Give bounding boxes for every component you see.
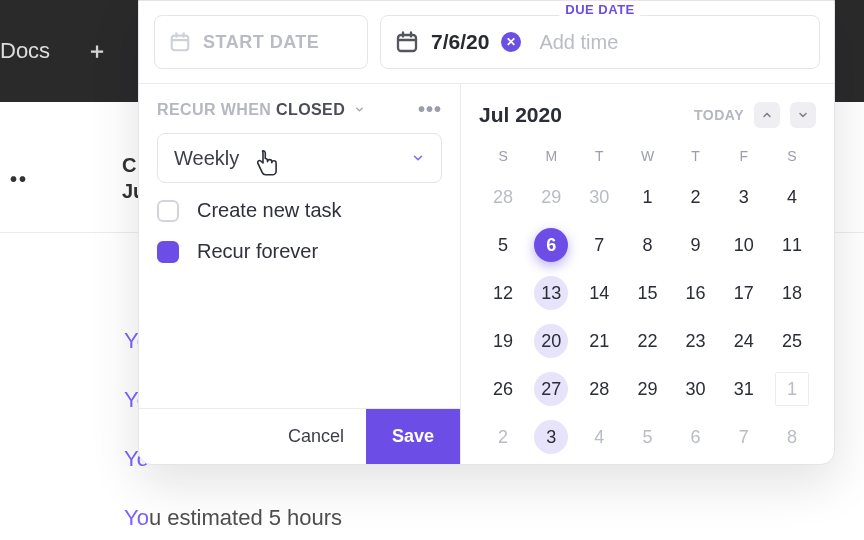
calendar-day-cell[interactable]: 23 <box>672 322 720 360</box>
clear-due-icon[interactable]: ✕ <box>501 32 521 52</box>
calendar-day-number[interactable]: 4 <box>775 180 809 214</box>
calendar-day-cell[interactable]: 7 <box>575 226 623 264</box>
calendar-day-number[interactable]: 21 <box>582 324 616 358</box>
calendar-day-number[interactable]: 31 <box>727 372 761 406</box>
calendar-day-number[interactable]: 8 <box>775 420 809 454</box>
calendar-day-cell[interactable]: 22 <box>623 322 671 360</box>
calendar-day-number[interactable]: 14 <box>582 276 616 310</box>
calendar-day-cell[interactable]: 26 <box>479 370 527 408</box>
calendar-day-cell[interactable]: 9 <box>672 226 720 264</box>
calendar-day-cell[interactable]: 14 <box>575 274 623 312</box>
calendar-day-cell[interactable]: 6 <box>672 418 720 456</box>
calendar-day-cell[interactable]: 18 <box>768 274 816 312</box>
calendar-day-number[interactable]: 20 <box>534 324 568 358</box>
calendar-day-number[interactable]: 3 <box>534 420 568 454</box>
calendar-day-cell[interactable]: 21 <box>575 322 623 360</box>
calendar-day-cell[interactable]: 2 <box>672 178 720 216</box>
calendar-day-cell[interactable]: 19 <box>479 322 527 360</box>
calendar-day-cell[interactable]: 5 <box>479 226 527 264</box>
calendar-day-number[interactable]: 18 <box>775 276 809 310</box>
calendar-day-number[interactable]: 8 <box>630 228 664 262</box>
start-date-input[interactable]: START DATE <box>154 15 368 69</box>
calendar-day-cell[interactable]: 17 <box>720 274 768 312</box>
calendar-day-number[interactable]: 29 <box>534 180 568 214</box>
calendar-day-number[interactable]: 3 <box>727 180 761 214</box>
calendar-day-number[interactable]: 17 <box>727 276 761 310</box>
calendar-day-number[interactable]: 12 <box>486 276 520 310</box>
calendar-day-number[interactable]: 6 <box>534 228 568 262</box>
calendar-day-cell[interactable]: 16 <box>672 274 720 312</box>
calendar-day-cell[interactable]: 1 <box>768 370 816 408</box>
today-button[interactable]: TODAY <box>694 107 744 123</box>
plus-icon[interactable]: ＋ <box>86 36 108 66</box>
calendar-day-cell[interactable]: 24 <box>720 322 768 360</box>
checkbox-unchecked-icon[interactable] <box>157 200 179 222</box>
calendar-day-number[interactable]: 13 <box>534 276 568 310</box>
calendar-day-number[interactable]: 15 <box>630 276 664 310</box>
recur-when-label[interactable]: RECUR WHEN CLOSED <box>157 101 365 119</box>
calendar-day-number[interactable]: 25 <box>775 324 809 358</box>
calendar-day-number[interactable]: 9 <box>679 228 713 262</box>
cancel-button[interactable]: Cancel <box>266 409 366 464</box>
calendar-day-cell[interactable]: 1 <box>623 178 671 216</box>
overflow-dots[interactable]: •• <box>10 168 28 191</box>
calendar-day-number[interactable]: 16 <box>679 276 713 310</box>
calendar-day-number[interactable]: 7 <box>582 228 616 262</box>
calendar-day-cell[interactable]: 11 <box>768 226 816 264</box>
calendar-day-cell[interactable]: 10 <box>720 226 768 264</box>
calendar-day-cell[interactable]: 13 <box>527 274 575 312</box>
calendar-day-cell[interactable]: 27 <box>527 370 575 408</box>
calendar-day-number[interactable]: 4 <box>582 420 616 454</box>
calendar-day-number[interactable]: 28 <box>486 180 520 214</box>
calendar-day-cell[interactable]: 2 <box>479 418 527 456</box>
calendar-day-cell[interactable]: 15 <box>623 274 671 312</box>
calendar-day-number[interactable]: 23 <box>679 324 713 358</box>
calendar-day-number[interactable]: 1 <box>630 180 664 214</box>
calendar-day-cell[interactable]: 29 <box>527 178 575 216</box>
calendar-day-number[interactable]: 22 <box>630 324 664 358</box>
calendar-day-number[interactable]: 6 <box>679 420 713 454</box>
calendar-day-number[interactable]: 28 <box>582 372 616 406</box>
calendar-day-number[interactable]: 11 <box>775 228 809 262</box>
calendar-day-cell[interactable]: 29 <box>623 370 671 408</box>
calendar-day-cell[interactable]: 6 <box>527 226 575 264</box>
calendar-day-number[interactable]: 27 <box>534 372 568 406</box>
next-month-button[interactable] <box>790 102 816 128</box>
calendar-day-cell[interactable]: 4 <box>575 418 623 456</box>
calendar-day-cell[interactable]: 3 <box>720 178 768 216</box>
calendar-day-number[interactable]: 24 <box>727 324 761 358</box>
calendar-day-number[interactable]: 30 <box>582 180 616 214</box>
calendar-day-cell[interactable]: 12 <box>479 274 527 312</box>
checkbox-checked-icon[interactable] <box>157 241 179 263</box>
calendar-day-number[interactable]: 2 <box>679 180 713 214</box>
calendar-day-cell[interactable]: 20 <box>527 322 575 360</box>
calendar-day-cell[interactable]: 25 <box>768 322 816 360</box>
more-options-icon[interactable]: ••• <box>418 98 442 121</box>
calendar-day-number[interactable]: 1 <box>775 372 809 406</box>
calendar-day-number[interactable]: 19 <box>486 324 520 358</box>
prev-month-button[interactable] <box>754 102 780 128</box>
calendar-day-cell[interactable]: 30 <box>575 178 623 216</box>
calendar-day-cell[interactable]: 28 <box>575 370 623 408</box>
add-time-button[interactable]: Add time <box>539 31 618 54</box>
calendar-day-cell[interactable]: 31 <box>720 370 768 408</box>
calendar-day-cell[interactable]: 4 <box>768 178 816 216</box>
calendar-day-cell[interactable]: 8 <box>768 418 816 456</box>
calendar-day-cell[interactable]: 7 <box>720 418 768 456</box>
recur-forever-option[interactable]: Recur forever <box>157 240 442 263</box>
calendar-day-cell[interactable]: 28 <box>479 178 527 216</box>
calendar-day-number[interactable]: 26 <box>486 372 520 406</box>
calendar-day-cell[interactable]: 30 <box>672 370 720 408</box>
calendar-day-number[interactable]: 5 <box>486 228 520 262</box>
calendar-day-number[interactable]: 29 <box>630 372 664 406</box>
calendar-day-cell[interactable]: 5 <box>623 418 671 456</box>
calendar-day-number[interactable]: 10 <box>727 228 761 262</box>
due-date-input[interactable]: DUE DATE 7/6/20 ✕ Add time <box>380 15 820 69</box>
docs-tab[interactable]: Docs <box>0 28 68 74</box>
calendar-day-number[interactable]: 30 <box>679 372 713 406</box>
frequency-select[interactable]: Weekly <box>157 133 442 183</box>
calendar-day-number[interactable]: 7 <box>727 420 761 454</box>
create-new-task-option[interactable]: Create new task <box>157 199 442 222</box>
calendar-day-number[interactable]: 5 <box>630 420 664 454</box>
calendar-day-number[interactable]: 2 <box>486 420 520 454</box>
